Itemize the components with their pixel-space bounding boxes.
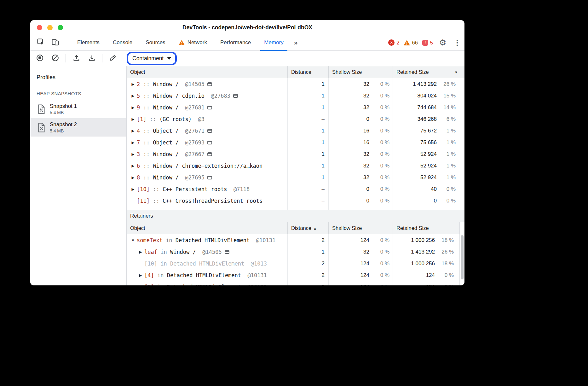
window-controls (37, 20, 63, 35)
tab-console[interactable]: Console (106, 35, 139, 50)
retainer-row[interactable]: ▼someText in Detached HTMLDivElement @10… (127, 234, 464, 246)
expander-icon[interactable]: ▶ (129, 187, 137, 191)
clear-profiles-button[interactable] (49, 53, 61, 64)
heap-object-row[interactable]: ▶6 :: Window / chrome–extension://a…kaon… (127, 160, 464, 172)
expander-icon[interactable]: ▶ (129, 117, 137, 121)
heap-object-row[interactable]: ▶8 :: Window / @276951320 %52 9241 % (127, 172, 464, 183)
heap-object-row[interactable]: ▶5 :: Window / cdpn.io @276831320 %804 0… (127, 90, 464, 102)
expander-icon[interactable]: ▼ (129, 238, 137, 242)
shallow-size-cell: 00 % (329, 195, 393, 207)
snapshot-name: Snapshot 1 (50, 103, 77, 109)
expander-icon[interactable]: ▶ (129, 129, 137, 133)
reveal-icon[interactable] (207, 106, 212, 109)
object-cell: ▶7 :: Object / @27693 (127, 137, 288, 148)
minimize-window-button[interactable] (47, 25, 53, 30)
heap-object-row[interactable]: ▶2 :: Window / @145051320 %1 413 29226 % (127, 78, 464, 90)
reveal-icon[interactable] (233, 94, 238, 98)
distance-cell: 2 (288, 258, 329, 269)
reveal-icon[interactable] (225, 250, 229, 254)
tab-network[interactable]: Network (172, 35, 214, 50)
retained-size-cell: 400 % (393, 183, 464, 195)
column-header-distance[interactable]: Distance ▲ (288, 222, 329, 234)
settings-button[interactable] (435, 35, 450, 50)
reveal-icon[interactable] (207, 129, 212, 133)
heap-object-row[interactable]: ▶[10] :: C++ Persistent roots @7118–00 %… (127, 183, 464, 195)
tab-sources[interactable]: Sources (139, 35, 172, 50)
retainer-row[interactable]: ▶[4] in Detached HTMLDivElement @1013121… (127, 269, 464, 281)
shallow-size-cell: 320 % (329, 78, 393, 90)
expander-icon[interactable]: ▶ (129, 94, 137, 98)
reveal-icon[interactable] (207, 141, 212, 144)
tab-performance[interactable]: Performance (214, 35, 257, 50)
window-title: DevTools - codepen.io/web-dot-dev/live/P… (182, 24, 312, 31)
retained-size-cell: 1 000 25618 % (393, 258, 459, 269)
tab-memory[interactable]: Memory (257, 35, 290, 50)
heap-object-row[interactable]: ▶4 :: Object / @276711160 %75 6721 % (127, 125, 464, 137)
object-cell: ▶4 :: Object / @27671 (127, 125, 288, 137)
object-cell: [11] :: C++ CrossThreadPersistent roots (127, 195, 288, 207)
retainer-row[interactable]: ▶leaf in Window / @145051320 %1 413 2922… (127, 246, 464, 258)
expander-icon[interactable]: ▶ (129, 82, 137, 86)
object-cell: ▶2 :: Window / @14505 (127, 78, 288, 90)
column-header-shallow-size[interactable]: Shallow Size (329, 66, 393, 78)
expander-icon[interactable]: ▶ (129, 175, 137, 180)
tab-elements[interactable]: Elements (71, 35, 106, 50)
reveal-icon[interactable] (207, 176, 212, 179)
heap-object-row[interactable]: ▶9 :: Window / @276811320 %744 68414 % (127, 102, 464, 113)
reveal-icon[interactable] (207, 152, 212, 156)
shallow-size-cell: 320 % (329, 148, 393, 160)
vertical-scrollbar[interactable] (461, 235, 464, 279)
heap-object-row[interactable]: ▶3 :: Window / @276671320 %52 9241 % (127, 148, 464, 160)
load-profile-button[interactable] (71, 53, 82, 64)
retainer-row[interactable]: [10] in Detached HTMLDivElement @1013212… (127, 258, 464, 269)
object-cell: ▶[5] in Detached HTMLDivElement @10131 (127, 281, 288, 285)
more-tabs-button[interactable]: » (290, 35, 302, 50)
collect-garbage-button[interactable] (107, 53, 118, 64)
heap-object-row[interactable]: ▶7 :: Object / @276931160 %75 6561 % (127, 137, 464, 148)
column-header-distance[interactable]: Distance (288, 66, 329, 78)
menu-button[interactable] (450, 35, 464, 50)
toolbar-divider (66, 54, 66, 62)
zoom-window-button[interactable] (58, 25, 63, 30)
column-header-retained-size[interactable]: Retained Size ▼ (393, 66, 464, 78)
sort-descending-icon: ▼ (454, 70, 458, 74)
shallow-size-cell: 00 % (329, 183, 393, 195)
retained-size-cell: 1 413 29226 % (393, 246, 459, 258)
shallow-size-cell: 1240 % (329, 234, 393, 246)
retainer-row[interactable]: ▶[5] in Detached HTMLDivElement @1013121… (127, 281, 464, 285)
console-warnings-badge[interactable]: 66 (404, 40, 418, 46)
snapshot-item[interactable]: Snapshot 25.4 MB (30, 118, 126, 137)
heap-object-row[interactable]: [11] :: C++ CrossThreadPersistent roots–… (127, 195, 464, 207)
expander-icon[interactable]: ▶ (137, 285, 144, 286)
column-header-object[interactable]: Object (127, 66, 288, 78)
record-heap-snapshot-button[interactable] (34, 53, 45, 64)
expander-icon[interactable]: ▶ (137, 273, 144, 278)
heap-object-row[interactable]: ▶[1] :: (GC roots) @3–00 %346 2686 % (127, 113, 464, 125)
save-profile-button[interactable] (86, 53, 97, 64)
retained-size-cell: 804 02415 % (393, 90, 464, 102)
object-cell: ▶leaf in Window / @14505 (127, 246, 288, 258)
console-errors-badge[interactable]: 2 (388, 39, 399, 46)
gear-icon (439, 38, 446, 47)
device-toolbar-button[interactable] (48, 35, 62, 50)
expander-icon[interactable]: ▶ (129, 140, 137, 145)
retained-size-cell: 1240 % (393, 281, 459, 285)
containment-rows: ▶2 :: Window / @145051320 %1 413 29226 %… (127, 78, 464, 207)
issues-badge[interactable]: 5 (422, 40, 433, 46)
expander-icon[interactable]: ▶ (137, 250, 144, 254)
retained-size-cell: 346 2686 % (393, 113, 464, 125)
close-window-button[interactable] (37, 25, 42, 30)
column-header-object[interactable]: Object (127, 222, 288, 234)
expander-icon[interactable]: ▶ (129, 152, 137, 156)
reveal-icon[interactable] (207, 82, 212, 86)
retainers-title: Retainers (130, 213, 153, 219)
retained-size-cell: 744 68414 % (393, 102, 464, 113)
inspect-element-button[interactable] (33, 35, 48, 50)
expander-icon[interactable]: ▶ (129, 105, 137, 110)
perspective-dropdown[interactable]: Containment (128, 53, 175, 64)
column-header-retained-size[interactable]: Retained Size (393, 222, 459, 234)
snapshot-item[interactable]: Snapshot 15.4 MB (30, 100, 126, 118)
expander-icon[interactable]: ▶ (129, 164, 137, 168)
shallow-size-cell: 320 % (329, 102, 393, 113)
column-header-shallow-size[interactable]: Shallow Size (329, 222, 393, 234)
